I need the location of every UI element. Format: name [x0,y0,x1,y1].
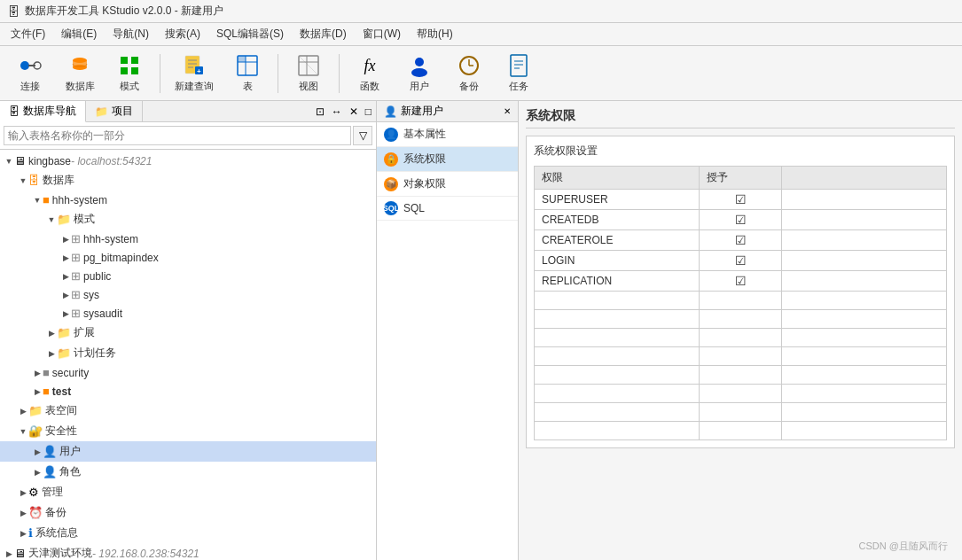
tree-arrow-public[interactable]: ▶ [60,272,71,281]
menu-item-edit[interactable]: 编辑(E) [54,25,104,43]
empty-extra-5 [782,385,947,403]
tree-arrow-pg-bitmap[interactable]: ▶ [60,253,71,262]
toolbar-sep-after-view [339,54,340,93]
panel-close-btn[interactable]: ✕ [347,105,361,118]
task-toolbar-label: 任务 [509,80,528,93]
tree-item-hhh-system[interactable]: ▼ ■ hhh-system [0,191,376,209]
tree-item-modes[interactable]: ▼ 📁 模式 [0,209,376,229]
panel-arrow-btn[interactable]: ↔ [329,105,345,118]
tree-arrow-kingbase[interactable]: ▼ [4,157,14,166]
tree-arrow-backup[interactable]: ▶ [18,509,28,517]
tree-item-roles[interactable]: ▶ 👤 角色 [0,462,376,482]
tree-item-scheduled[interactable]: ▶ 📁 计划任务 [0,343,376,363]
mid-tab[interactable]: 👤 新建用户 ✕ [377,101,518,122]
tree-arrow-hhh-system[interactable]: ▼ [32,196,43,205]
mid-nav-obj-rights[interactable]: 📦 对象权限 [377,172,518,197]
permission-cell-3: LOGIN [535,251,700,271]
tab-project[interactable]: 📁 项目 [86,101,143,121]
tree-arrow-modes[interactable]: ▼ [46,215,57,224]
granted-cell-4[interactable]: ☑ [700,271,782,292]
search-box: ▽ [0,122,376,150]
tree-item-databases[interactable]: ▼ 🗄 数据库 [0,170,376,191]
granted-cell-1[interactable]: ☑ [700,210,782,230]
tab-db-navigator[interactable]: 🗄 数据库导航 [0,101,86,122]
tree-arrow-sys[interactable]: ▶ [60,291,71,299]
toolbar-btn-schema[interactable]: 模式 [106,50,153,97]
menu-item-database[interactable]: 数据库(D) [293,25,354,43]
mid-tab-close[interactable]: ✕ [504,106,511,116]
sysinfo-icon: ℹ [28,526,33,540]
tree-item-backup[interactable]: ▶ ⏰ 备份 [0,502,376,523]
tree-item-sys[interactable]: ▶ ⊞ sys [0,285,376,304]
tree-arrow-security-db[interactable]: ▶ [32,369,43,377]
sys-icon: ⊞ [71,288,81,301]
tree-item-test-db[interactable]: ▶ ■ test [0,382,376,401]
tree-label-kingbase: kingbase [28,155,71,167]
granted-cell-3[interactable]: ☑ [700,251,782,271]
tree-arrow-tianjin[interactable]: ▶ [4,549,14,558]
table-toolbar-icon [233,53,262,78]
tree-item-public[interactable]: ▶ ⊞ public [0,267,376,285]
tree-arrow-scheduled[interactable]: ▶ [46,349,57,358]
menu-item-nav[interactable]: 导航(N) [106,25,156,43]
toolbar-btn-table[interactable]: 表 [224,50,270,97]
tree-item-security-section[interactable]: ▼ 🔐 安全性 [0,421,376,441]
filter-button[interactable]: ▽ [353,126,372,145]
tree-arrow-test[interactable]: ▶ [32,387,43,396]
tree-arrow-extensions[interactable]: ▶ [46,329,57,338]
tree-label-roles: 角色 [59,464,81,479]
tree-arrow-roles[interactable]: ▶ [32,468,43,477]
search-input[interactable] [4,126,351,145]
toolbar-btn-database[interactable]: 数据库 [57,50,103,97]
tree-arrow-users[interactable]: ▶ [32,447,43,456]
tree-item-extensions[interactable]: ▶ 📁 扩展 [0,323,376,343]
tree-item-sysaudit[interactable]: ▶ ⊞ sysaudit [0,304,376,323]
tree-item-kingbase[interactable]: ▼ 🖥 kingbase - localhost:54321 [0,152,376,170]
menu-item-window[interactable]: 窗口(W) [356,25,408,43]
obj-rights-nav-icon: 📦 [384,177,398,191]
basic-nav-icon: 👤 [384,128,398,142]
toolbar-btn-function[interactable]: fx函数 [347,50,393,97]
tree-item-sysinfo[interactable]: ▶ ℹ 系统信息 [0,523,376,543]
tree-item-security-db[interactable]: ▶ ■ security [0,363,376,382]
toolbar-btn-task[interactable]: 任务 [496,50,542,97]
tree-item-users[interactable]: ▶ 👤 用户 [0,441,376,462]
panel-max-btn[interactable]: □ [363,105,374,118]
tree-arrow-tablespace[interactable]: ▶ [18,407,28,416]
toolbar-btn-backup[interactable]: 备份 [446,50,492,97]
right-panel: 系统权限 系统权限设置 权限 授予 SUPERUSER☑CREATEDB☑CRE… [519,101,962,560]
granted-cell-2[interactable]: ☑ [700,230,782,251]
tree-item-management[interactable]: ▶ ⚙ 管理 [0,482,376,502]
modes-folder-icon: 📁 [57,213,71,226]
tree-label-users: 用户 [59,444,81,459]
toolbar-btn-connect[interactable]: 连接 [7,50,53,97]
toolbar-btn-newquery[interactable]: +新建查询 [168,50,221,97]
tree-item-tablespace[interactable]: ▶ 📁 表空间 [0,401,376,421]
menu-item-file[interactable]: 文件(F) [4,25,52,43]
mid-nav-sql[interactable]: SQL SQL [377,197,518,221]
empty-perm-3 [535,347,700,366]
mid-nav-basic[interactable]: 👤 基本属性 [377,122,518,147]
tree-item-pg-bitmapindex[interactable]: ▶ ⊞ pg_bitmapindex [0,248,376,267]
mid-nav-sys-rights[interactable]: 🔒 系统权限 [377,147,518,172]
menu-item-search[interactable]: 搜索(A) [158,25,207,43]
empty-granted-5 [700,385,782,403]
menu-item-sqleditor[interactable]: SQL编辑器(S) [209,25,291,43]
tree-item-tianjin[interactable]: ▶ 🖥 天津测试环境 - 192.168.0.238:54321 [0,543,376,560]
granted-cell-0[interactable]: ☑ [700,190,782,210]
sys-rights-nav-label: 系统权限 [403,152,446,167]
tree-arrow-security[interactable]: ▼ [18,427,28,436]
tree-arrow-databases[interactable]: ▼ [18,176,28,185]
tree-arrow-sysaudit[interactable]: ▶ [60,309,71,318]
toolbar-btn-user[interactable]: 用户 [396,50,442,97]
tree-arrow-schema-hhh[interactable]: ▶ [60,235,71,244]
panel-minimize-btn[interactable]: ⊡ [313,105,327,118]
tree-arrow-sysinfo[interactable]: ▶ [18,529,28,538]
menu-item-help[interactable]: 帮助(H) [410,25,460,43]
svg-rect-6 [121,57,128,64]
toolbar-btn-view[interactable]: 视图 [285,50,332,97]
tree-item-schema-hhh-system[interactable]: ▶ ⊞ hhh-system [0,229,376,248]
tree-arrow-management[interactable]: ▶ [18,488,28,497]
basic-nav-label: 基本属性 [403,127,446,142]
extensions-icon: 📁 [57,326,71,339]
